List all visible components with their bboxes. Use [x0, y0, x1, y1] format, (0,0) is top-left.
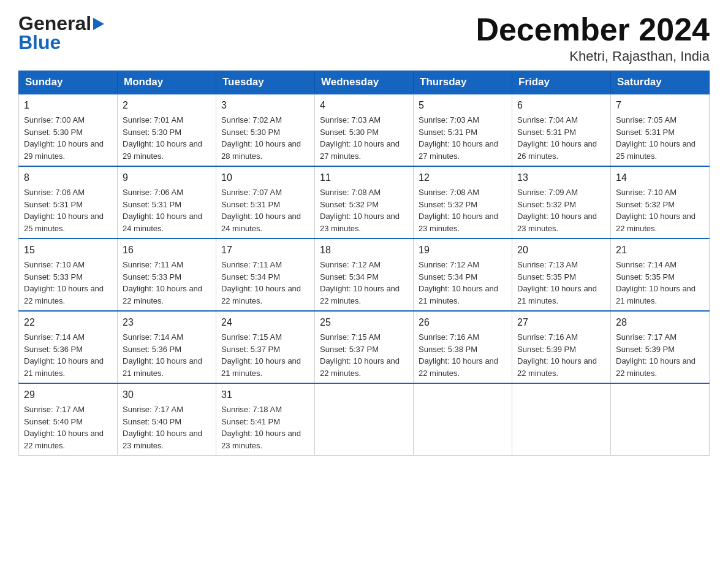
day-info: Sunrise: 7:12 AMSunset: 5:34 PMDaylight:…: [419, 259, 507, 307]
sunset-text: Sunset: 5:30 PM: [24, 126, 112, 139]
day-header-sunday: Sunday: [19, 71, 118, 94]
day-number: 1: [24, 98, 112, 113]
day-number: 17: [221, 243, 309, 258]
sunrise-text: Sunrise: 7:17 AM: [123, 404, 211, 416]
daylight-text: Daylight: 10 hours and 25 minutes.: [24, 210, 112, 234]
sunset-text: Sunset: 5:34 PM: [419, 271, 507, 283]
calendar-cell: 5Sunrise: 7:03 AMSunset: 5:31 PMDaylight…: [414, 94, 512, 166]
calendar-cell: 24Sunrise: 7:15 AMSunset: 5:37 PMDayligh…: [216, 311, 315, 383]
daylight-text: Daylight: 10 hours and 22 minutes.: [616, 210, 704, 234]
svg-marker-0: [93, 18, 104, 30]
day-info: Sunrise: 7:02 AMSunset: 5:30 PMDaylight:…: [221, 114, 309, 162]
sunrise-text: Sunrise: 7:08 AM: [320, 186, 408, 199]
day-number: 19: [419, 243, 507, 258]
header: General Blue December 2024 Khetri, Rajas…: [18, 12, 710, 64]
day-info: Sunrise: 7:13 AMSunset: 5:35 PMDaylight:…: [517, 259, 605, 307]
day-info: Sunrise: 7:15 AMSunset: 5:37 PMDaylight:…: [221, 331, 309, 379]
calendar-cell: 27Sunrise: 7:16 AMSunset: 5:39 PMDayligh…: [512, 311, 611, 383]
day-number: 12: [419, 170, 507, 185]
daylight-text: Daylight: 10 hours and 22 minutes.: [221, 283, 309, 307]
sunrise-text: Sunrise: 7:17 AM: [616, 331, 704, 343]
day-number: 18: [320, 243, 408, 258]
sunrise-text: Sunrise: 7:06 AM: [123, 186, 211, 199]
day-number: 11: [320, 170, 408, 185]
day-info: Sunrise: 7:17 AMSunset: 5:40 PMDaylight:…: [123, 404, 211, 451]
day-info: Sunrise: 7:03 AMSunset: 5:31 PMDaylight:…: [419, 114, 507, 162]
day-info: Sunrise: 7:16 AMSunset: 5:38 PMDaylight:…: [419, 331, 507, 379]
sunrise-text: Sunrise: 7:17 AM: [24, 404, 112, 416]
calendar-cell: 13Sunrise: 7:09 AMSunset: 5:32 PMDayligh…: [512, 166, 611, 239]
sunset-text: Sunset: 5:38 PM: [419, 343, 507, 356]
sunrise-text: Sunrise: 7:15 AM: [320, 331, 408, 343]
sunset-text: Sunset: 5:40 PM: [24, 416, 112, 428]
day-number: 4: [320, 98, 408, 113]
daylight-text: Daylight: 10 hours and 23 minutes.: [123, 427, 211, 451]
calendar-cell: 29Sunrise: 7:17 AMSunset: 5:40 PMDayligh…: [19, 383, 118, 456]
day-header-friday: Friday: [512, 71, 611, 94]
daylight-text: Daylight: 10 hours and 24 minutes.: [221, 210, 309, 234]
calendar-cell: 6Sunrise: 7:04 AMSunset: 5:31 PMDaylight…: [512, 94, 611, 166]
day-number: 30: [123, 388, 211, 402]
calendar-cell: 30Sunrise: 7:17 AMSunset: 5:40 PMDayligh…: [118, 383, 216, 456]
sunset-text: Sunset: 5:39 PM: [517, 343, 605, 356]
sunset-text: Sunset: 5:33 PM: [24, 271, 112, 283]
day-number: 31: [221, 388, 309, 402]
calendar-cell: 15Sunrise: 7:10 AMSunset: 5:33 PMDayligh…: [19, 239, 118, 311]
daylight-text: Daylight: 10 hours and 27 minutes.: [419, 138, 507, 162]
sunrise-text: Sunrise: 7:10 AM: [616, 186, 704, 199]
day-number: 13: [517, 170, 605, 185]
daylight-text: Daylight: 10 hours and 28 minutes.: [221, 138, 309, 162]
week-row-4: 22Sunrise: 7:14 AMSunset: 5:36 PMDayligh…: [19, 311, 710, 383]
day-info: Sunrise: 7:11 AMSunset: 5:33 PMDaylight:…: [123, 259, 211, 307]
location: Khetri, Rajasthan, India: [476, 48, 710, 64]
month-title: December 2024: [476, 12, 710, 47]
day-number: 10: [221, 170, 309, 185]
sunset-text: Sunset: 5:35 PM: [517, 271, 605, 283]
sunrise-text: Sunrise: 7:11 AM: [221, 259, 309, 271]
day-number: 24: [221, 315, 309, 330]
daylight-text: Daylight: 10 hours and 22 minutes.: [320, 283, 408, 307]
sunset-text: Sunset: 5:32 PM: [517, 199, 605, 211]
day-info: Sunrise: 7:05 AMSunset: 5:31 PMDaylight:…: [616, 114, 704, 162]
day-info: Sunrise: 7:01 AMSunset: 5:30 PMDaylight:…: [123, 114, 211, 162]
day-info: Sunrise: 7:10 AMSunset: 5:33 PMDaylight:…: [24, 259, 112, 307]
calendar-cell: 21Sunrise: 7:14 AMSunset: 5:35 PMDayligh…: [611, 239, 710, 311]
calendar-cell: 22Sunrise: 7:14 AMSunset: 5:36 PMDayligh…: [19, 311, 118, 383]
daylight-text: Daylight: 10 hours and 22 minutes.: [123, 283, 211, 307]
calendar-cell: 1Sunrise: 7:00 AMSunset: 5:30 PMDaylight…: [19, 94, 118, 166]
day-info: Sunrise: 7:14 AMSunset: 5:36 PMDaylight:…: [24, 331, 112, 379]
calendar-cell: 16Sunrise: 7:11 AMSunset: 5:33 PMDayligh…: [118, 239, 216, 311]
day-info: Sunrise: 7:14 AMSunset: 5:36 PMDaylight:…: [123, 331, 211, 379]
sunset-text: Sunset: 5:30 PM: [123, 126, 211, 139]
sunrise-text: Sunrise: 7:12 AM: [419, 259, 507, 271]
calendar-cell: 18Sunrise: 7:12 AMSunset: 5:34 PMDayligh…: [315, 239, 414, 311]
daylight-text: Daylight: 10 hours and 29 minutes.: [123, 138, 211, 162]
sunset-text: Sunset: 5:33 PM: [123, 271, 211, 283]
daylight-text: Daylight: 10 hours and 23 minutes.: [517, 210, 605, 234]
calendar-cell: 9Sunrise: 7:06 AMSunset: 5:31 PMDaylight…: [118, 166, 216, 239]
daylight-text: Daylight: 10 hours and 23 minutes.: [221, 427, 309, 451]
calendar-cell: 17Sunrise: 7:11 AMSunset: 5:34 PMDayligh…: [216, 239, 315, 311]
sunset-text: Sunset: 5:30 PM: [221, 126, 309, 139]
day-info: Sunrise: 7:18 AMSunset: 5:41 PMDaylight:…: [221, 404, 309, 451]
day-number: 8: [24, 170, 112, 185]
calendar-cell: 8Sunrise: 7:06 AMSunset: 5:31 PMDaylight…: [19, 166, 118, 239]
sunrise-text: Sunrise: 7:00 AM: [24, 114, 112, 126]
sunset-text: Sunset: 5:36 PM: [123, 343, 211, 356]
calendar-cell: 2Sunrise: 7:01 AMSunset: 5:30 PMDaylight…: [118, 94, 216, 166]
day-info: Sunrise: 7:11 AMSunset: 5:34 PMDaylight:…: [221, 259, 309, 307]
day-number: 7: [616, 98, 704, 113]
day-number: 6: [517, 98, 605, 113]
logo-triangle-icon: [93, 18, 104, 33]
day-number: 25: [320, 315, 408, 330]
sunset-text: Sunset: 5:41 PM: [221, 416, 309, 428]
day-number: 16: [123, 243, 211, 258]
day-info: Sunrise: 7:06 AMSunset: 5:31 PMDaylight:…: [123, 186, 211, 234]
daylight-text: Daylight: 10 hours and 21 minutes.: [517, 283, 605, 307]
sunrise-text: Sunrise: 7:14 AM: [616, 259, 704, 271]
sunrise-text: Sunrise: 7:05 AM: [616, 114, 704, 126]
day-header-monday: Monday: [118, 71, 216, 94]
daylight-text: Daylight: 10 hours and 22 minutes.: [320, 355, 408, 379]
calendar-cell: 20Sunrise: 7:13 AMSunset: 5:35 PMDayligh…: [512, 239, 611, 311]
sunset-text: Sunset: 5:39 PM: [616, 343, 704, 356]
